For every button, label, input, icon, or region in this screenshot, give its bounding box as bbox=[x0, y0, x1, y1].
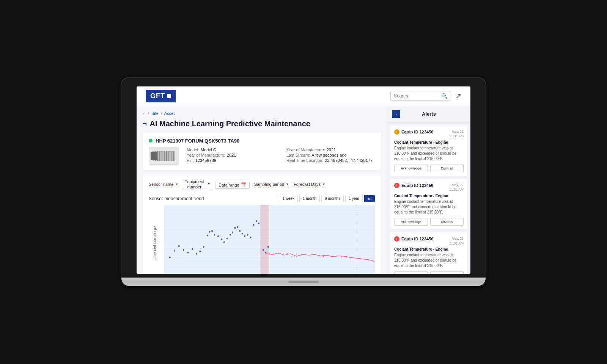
home-icon[interactable]: ⌂ bbox=[143, 111, 146, 116]
svg-point-26 bbox=[169, 257, 171, 259]
alert-2-date: May, 22 11:31 AM bbox=[449, 183, 464, 192]
svg-point-47 bbox=[239, 230, 241, 232]
breadcrumb-sep-2: / bbox=[161, 111, 162, 116]
svg-point-44 bbox=[232, 232, 233, 234]
svg-point-53 bbox=[256, 220, 258, 222]
data-range-label: Data range bbox=[219, 183, 239, 187]
svg-point-62 bbox=[287, 253, 288, 254]
location-value: 23.4870452, -47.4428177 bbox=[325, 158, 373, 163]
asset-cab bbox=[151, 152, 157, 160]
asset-detail-year-mfg-right: Year of Manufacture: 2021 bbox=[286, 147, 375, 152]
svg-point-80 bbox=[368, 260, 369, 261]
alert-3-dismiss-button[interactable]: Dismiss bbox=[430, 271, 464, 274]
svg-point-76 bbox=[350, 258, 351, 259]
page-title-icon: ¬ bbox=[143, 120, 147, 128]
svg-point-61 bbox=[283, 255, 283, 256]
svg-point-42 bbox=[226, 238, 228, 240]
asset-details: Model: Model Q Year of Manufacture: 2021… bbox=[187, 147, 375, 163]
svg-rect-24 bbox=[260, 205, 269, 274]
chart-svg: 25 20 15 10 5 0 -5 -10 bbox=[164, 205, 375, 274]
svg-point-38 bbox=[214, 234, 215, 236]
time-btn-1month[interactable]: 1 month bbox=[299, 195, 320, 202]
alert-1-icon: ! bbox=[394, 129, 399, 135]
svg-point-28 bbox=[178, 245, 180, 247]
svg-point-35 bbox=[206, 235, 208, 237]
alerts-title: Alerts bbox=[422, 111, 436, 117]
svg-point-77 bbox=[355, 259, 355, 260]
svg-point-41 bbox=[223, 242, 225, 243]
search-box[interactable]: 🔍 bbox=[390, 91, 451, 101]
breadcrumb: ⌂ / Site / Asset bbox=[143, 111, 381, 116]
alerts-list: ! Equip ID 123456 May, 22 11:31 AM bbox=[387, 122, 470, 274]
svg-point-65 bbox=[300, 255, 301, 256]
model-value: Model Q bbox=[201, 147, 217, 152]
svg-point-57 bbox=[267, 246, 269, 248]
collapse-icon: › bbox=[395, 111, 397, 117]
alert-2-header: ! Equip ID 123456 May, 22 11:31 AM bbox=[394, 183, 464, 192]
svg-point-58 bbox=[269, 253, 270, 254]
alert-1-actions: Acknowledge Dismiss bbox=[394, 165, 464, 172]
time-btn-1week[interactable]: 1 week bbox=[279, 195, 298, 202]
forecast-days-filter[interactable]: Forecast Days ▼ bbox=[294, 182, 326, 188]
svg-point-29 bbox=[183, 249, 184, 251]
data-range-filter[interactable]: Data range 📅 bbox=[215, 181, 249, 189]
right-panel: › Alerts ! bbox=[387, 106, 470, 274]
alert-3-acknowledge-button[interactable]: Acknowledge bbox=[394, 271, 428, 274]
page-title: AI Machine Learning Predictive Maintenan… bbox=[150, 119, 310, 128]
svg-point-33 bbox=[199, 251, 201, 253]
alert-3-date: May, 22 11:31 AM bbox=[449, 236, 464, 246]
time-btn-6months[interactable]: 6 months bbox=[321, 195, 344, 202]
svg-point-79 bbox=[364, 259, 365, 260]
sampling-period-label: Sampling period bbox=[254, 182, 285, 187]
alerts-collapse-button[interactable]: › bbox=[392, 110, 400, 118]
alert-1-sensor-name: Coolant Temperature - Engine bbox=[394, 140, 464, 144]
time-btn-all[interactable]: all bbox=[364, 195, 375, 202]
asset-card: HHP 621007 FORUM QSK50T3 TA90 Model: bbox=[143, 133, 381, 170]
svg-point-63 bbox=[291, 256, 292, 257]
breadcrumb-site[interactable]: Site bbox=[151, 111, 159, 116]
svg-point-34 bbox=[203, 246, 204, 248]
laptop-base bbox=[121, 278, 486, 286]
sensor-name-filter[interactable]: Sensor name ▼ bbox=[149, 182, 178, 188]
asset-body: Model: Model Q Year of Manufacture: 2021… bbox=[149, 147, 375, 165]
left-panel: ⌂ / Site / Asset ¬ AI Machine Learning P… bbox=[137, 106, 387, 274]
svg-point-39 bbox=[217, 235, 219, 237]
asset-header: HHP 621007 FORUM QSK50T3 TA90 bbox=[149, 138, 375, 144]
alert-2-icon: ! bbox=[394, 183, 399, 188]
laptop-notch bbox=[288, 281, 319, 283]
asset-detail-vin: Vin: 123456789 bbox=[187, 158, 275, 163]
svg-point-36 bbox=[209, 231, 211, 233]
svg-point-50 bbox=[247, 234, 248, 236]
alert-card-3: ! Equip ID 123456 May, 22 11:31 AM bbox=[390, 232, 467, 274]
svg-point-81 bbox=[373, 261, 374, 262]
time-buttons: 1 week 1 month 6 months 1 year all bbox=[279, 195, 375, 202]
search-icon: 🔍 bbox=[441, 93, 448, 99]
alert-2-dismiss-button[interactable]: Dismiss bbox=[430, 218, 464, 226]
alert-3-equip-id: Equip ID 123456 bbox=[401, 237, 433, 241]
chart-filters: Sensor name ▼ Equipment number ▼ Data ra… bbox=[149, 179, 375, 191]
chart-title: Sensor measurement trend bbox=[149, 196, 204, 201]
alert-3-actions: Acknowledge Dismiss bbox=[394, 271, 464, 274]
equipment-number-filter[interactable]: Equipment number ▼ bbox=[183, 179, 211, 191]
time-btn-1year[interactable]: 1 year bbox=[345, 195, 363, 202]
search-input[interactable] bbox=[394, 93, 439, 99]
sampling-period-filter[interactable]: Sampling period ▼ bbox=[254, 182, 289, 188]
logout-icon[interactable]: ↗ bbox=[456, 92, 461, 100]
sensor-chevron-icon: ▼ bbox=[175, 182, 178, 186]
alert-1-dismiss-button[interactable]: Dismiss bbox=[430, 165, 464, 172]
logo-square-icon bbox=[167, 94, 171, 98]
alerts-header: › Alerts bbox=[387, 106, 470, 122]
svg-point-54 bbox=[258, 223, 259, 224]
svg-point-72 bbox=[332, 256, 333, 257]
chart-header: Sensor measurement trend 1 week 1 month … bbox=[149, 195, 375, 202]
alert-2-acknowledge-button[interactable]: Acknowledge bbox=[394, 218, 428, 226]
forecast-days-label: Forecast Days bbox=[294, 182, 321, 187]
svg-point-46 bbox=[237, 226, 238, 228]
calendar-icon: 📅 bbox=[241, 182, 246, 187]
breadcrumb-asset[interactable]: Asset bbox=[164, 111, 175, 116]
svg-point-78 bbox=[359, 258, 360, 259]
alert-1-acknowledge-button[interactable]: Acknowledge bbox=[394, 165, 428, 172]
alert-card-1: ! Equip ID 123456 May, 22 11:31 AM bbox=[390, 126, 467, 176]
forecast-chevron-icon: ▼ bbox=[322, 182, 326, 186]
alert-3-sensor-name: Coolant Temperature - Engine bbox=[394, 247, 464, 251]
